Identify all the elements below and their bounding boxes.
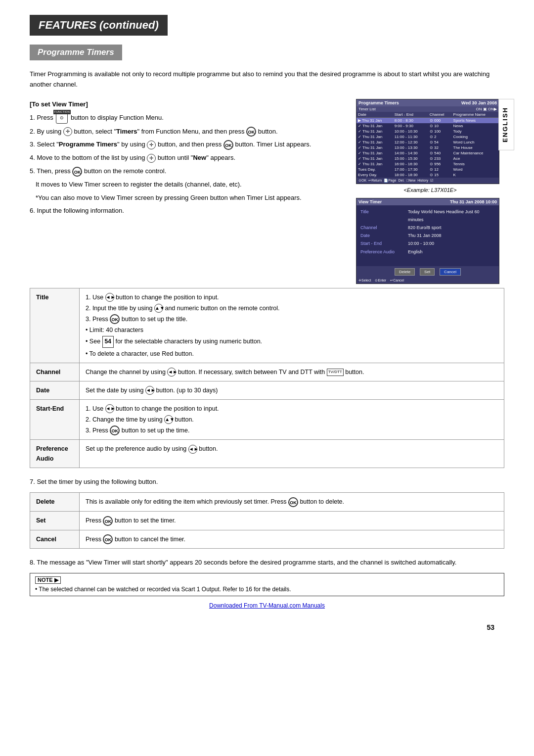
ok-button-icon: OK <box>246 127 256 137</box>
timer-row: ✓ Thu 31 Jan 13:00 - 13:30 ⊙ 32 The Hous… <box>356 145 499 150</box>
view-timer-cancel-button[interactable]: Cancel <box>440 268 461 276</box>
ud-nav-icon: ▲▼ <box>164 415 173 424</box>
timer-date: ✓ Thu 31 Jan <box>356 134 393 140</box>
timer-row: ✓ Thu 31 Jan 9:00 - 9:30 ⊙ 10 News <box>356 123 499 129</box>
info-table-row: ChannelChange the channel by using ◄► bu… <box>30 363 504 381</box>
lr-nav-icon: ◄► <box>188 445 197 454</box>
timer-program: Cooking <box>452 134 499 140</box>
download-link[interactable]: Downloaded From TV-Manual.com Manuals <box>30 602 504 609</box>
timer-row: ✓ Thu 31 Jan 15:00 - 15:30 ⊙ 233 Ace <box>356 156 499 161</box>
timer-time: 14:00 - 14:30 <box>393 150 428 156</box>
section-title: Programme Timers <box>30 45 122 60</box>
ok-icon: OK <box>288 497 298 507</box>
timer-row: ✓ Thu 31 Jan 12:00 - 12:30 ⊙ 54 Word Lun… <box>356 140 499 145</box>
info-content: Change the channel by using ◄► button. I… <box>80 363 504 381</box>
timer-screen-footer: ⊙OK ↩Return 📄Page Del. □New History ☑ <box>356 178 499 184</box>
timer-date: ✓ Thu 31 Jan <box>356 129 393 134</box>
programme-timers-header: Programme Timers Wed 30 Jan 2008 <box>356 99 499 106</box>
step-2: 2. By using ✛ button, select "Timers" fr… <box>30 127 346 137</box>
vt-field-label: Channel <box>360 224 405 232</box>
ud-nav-icon: ▲▼ <box>154 304 163 313</box>
info-line: Set up the preference audio by using ◄► … <box>86 444 498 454</box>
col-date: Date <box>356 112 393 118</box>
on-off-toggle: ON ▣ ON▶ <box>476 107 497 111</box>
lr-nav-icon: ◄► <box>145 386 154 395</box>
vt-field-value: English <box>408 248 423 256</box>
view-timer-field: Channel820 Euro/B sport <box>360 224 495 232</box>
programme-timers-screen: Programme Timers Wed 30 Jan 2008 Timer L… <box>356 99 499 184</box>
info-table-row: Title1. Use ◄► button to change the posi… <box>30 288 504 363</box>
note-label: NOTE ▶ <box>35 576 61 584</box>
step-5c: *You can also move to View Timer screen … <box>36 193 346 203</box>
buttons-table-row: CancelPress OK button to cancel the time… <box>30 530 504 549</box>
step-1: 1. Press FUNCTION ⊙ button to display Fu… <box>30 113 346 124</box>
ok-icon: OK <box>103 534 113 544</box>
timer-date: ✓ Thu 31 Jan <box>356 140 393 145</box>
timer-channel: ⊙ 10 <box>428 123 452 129</box>
programme-timers-title: Programme Timers <box>358 100 399 105</box>
step-5b: It moves to View Timer screen to registe… <box>36 180 346 190</box>
timer-list-label: Timer List <box>358 107 376 111</box>
screen-column: Programme Timers Wed 30 Jan 2008 Timer L… <box>356 99 504 284</box>
info-line: 2. Input the title by using ▲▼ and numer… <box>86 303 498 313</box>
timer-table: Date Start - End Channel Programme Name … <box>356 112 499 178</box>
info-line: 3. Press OK button to set up the time. <box>86 425 498 436</box>
timer-table-body: ▶ Thu 31 Jan 8:00 - 8:30 ⊙ 000 Sports Ne… <box>356 117 499 178</box>
nav-button-icon: ✛ <box>63 127 72 136</box>
function-label: FUNCTION <box>53 110 71 115</box>
step-4: 4. Move to the bottom of the list by usi… <box>30 153 346 163</box>
button-content: Press OK button to cancel the timer. <box>80 530 504 549</box>
view-timer-field: Start - End10:00 - 10:00 <box>360 239 495 247</box>
example-label: <Example: L37X01E> <box>356 187 504 193</box>
ok-icon: OK <box>103 516 113 526</box>
timer-date: ✓ Thu 31 Jan <box>356 150 393 156</box>
view-timer-field: DateThu 31 Jan 2008 <box>360 232 495 239</box>
timer-program: News <box>452 123 499 129</box>
note-text: • The selected channel can be watched or… <box>35 586 499 593</box>
info-label: Preference Audio <box>30 440 80 468</box>
ok-icon: OK <box>110 314 120 324</box>
info-line: • See 54 for the selectable characters b… <box>86 336 498 347</box>
buttons-table-row: DeleteThis is available only for editing… <box>30 493 504 512</box>
info-line: • Limit: 40 characters <box>86 325 498 335</box>
step-5: 5. Then, press OK button on the remote c… <box>30 166 346 177</box>
info-line: • To delete a character, use Red button. <box>86 349 498 359</box>
timer-time: 9:00 - 9:30 <box>393 123 428 129</box>
timer-program: Tennis <box>452 161 499 167</box>
view-timer-delete-button[interactable]: Delete <box>395 268 415 276</box>
timer-date: ✓ Thu 31 Jan <box>356 161 393 167</box>
nav-button-icon2: ✛ <box>147 141 156 149</box>
timer-date: Every Day. <box>356 172 393 178</box>
info-table-row: DateSet the date by using ◄► button. (up… <box>30 381 504 399</box>
timer-program: Word Lunch <box>452 140 499 145</box>
timer-date: ✓ Thu 31 Jan <box>356 145 393 150</box>
info-label: Title <box>30 288 80 363</box>
info-label: Start-End <box>30 399 80 440</box>
function-circle: ⊙ <box>60 114 64 121</box>
info-line: Change the channel by using ◄► button. I… <box>86 367 498 377</box>
timer-channel: ⊙ 233 <box>428 156 452 161</box>
view-timer-buttons: DeleteSetCancel <box>356 266 499 278</box>
lr-nav-icon: ◄► <box>105 293 114 302</box>
timer-row: ✓ Thu 31 Jan 16:00 - 16:30 ⊙ 956 Tennis <box>356 161 499 167</box>
timer-channel: ⊙ 000 <box>428 117 452 123</box>
info-line: 2. Change the time by using ▲▼ button. <box>86 415 498 425</box>
function-button-icon: FUNCTION ⊙ <box>56 113 68 124</box>
info-line: 3. Press OK button to set up the title. <box>86 314 498 325</box>
vt-field-label: Date <box>360 232 405 239</box>
buttons-table: DeleteThis is available only for editing… <box>30 492 504 549</box>
view-timer-footer: ✛Select ⊙Enter ↩Cancel <box>356 278 499 284</box>
col-time: Start - End <box>393 112 428 118</box>
info-content: 1. Use ◄► button to change the position … <box>80 288 504 363</box>
timer-time: 17:00 - 17:30 <box>393 167 428 172</box>
info-content: Set up the preference audio by using ◄► … <box>80 440 504 468</box>
timer-row: ✓ Thu 31 Jan 11:00 - 11:30 ⊙ 2 Cooking <box>356 134 499 140</box>
button-content: This is available only for editing the i… <box>80 493 504 512</box>
view-timer-set-button[interactable]: Set <box>420 268 435 276</box>
timer-channel: ⊙ 2 <box>428 134 452 140</box>
timer-channel: ⊙ 540 <box>428 150 452 156</box>
timer-table-header: Date Start - End Channel Programme Name <box>356 112 499 118</box>
step-7: 7. Set the timer by using the following … <box>30 477 504 487</box>
nav-button-icon3: ✛ <box>147 154 156 163</box>
info-table-row: Start-End1. Use ◄► button to change the … <box>30 399 504 440</box>
